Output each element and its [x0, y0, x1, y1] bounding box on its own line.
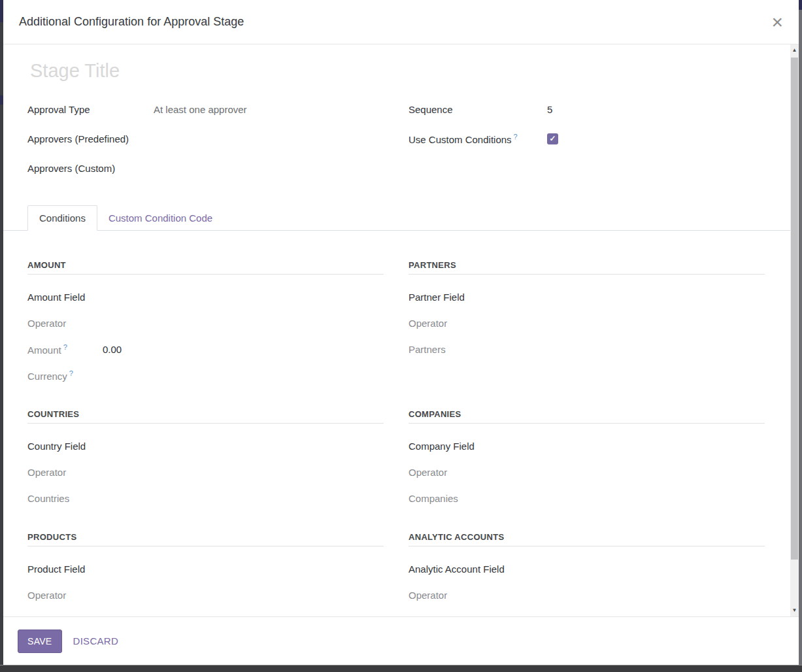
analytic-accounts-row: Analytic Accounts [409, 613, 765, 616]
approvers-predefined-row: Approvers (Predefined) [27, 129, 384, 148]
product-field-row: Product Field [27, 561, 384, 577]
countries-row: Countries [27, 490, 384, 506]
approvers-custom-row: Approvers (Custom) [27, 159, 384, 177]
amount-amount-label: Amount? [27, 343, 103, 356]
scroll-down-icon[interactable]: ▼ [790, 606, 799, 615]
analytic-accounts-label: Analytic Accounts [409, 616, 486, 617]
use-custom-conditions-label: Use Custom Conditions? [409, 133, 547, 145]
section-amount-title: AMOUNT [27, 260, 384, 275]
vertical-scrollbar[interactable]: ▲ ▼ [790, 44, 799, 616]
products-operator-row: Operator [27, 587, 384, 603]
scrollbar-thumb[interactable] [791, 58, 798, 560]
approvers-predefined-label: Approvers (Predefined) [27, 133, 154, 144]
analytic-accounts-operator-label: Operator [409, 590, 484, 601]
amount-operator-label: Operator [27, 318, 103, 329]
product-field-label: Product Field [27, 563, 103, 575]
section-companies-title: COMPANIES [409, 409, 765, 424]
help-icon: ? [69, 369, 73, 377]
section-countries-title: COUNTRIES [27, 409, 384, 424]
analytic-accounts-operator-row: Operator [409, 587, 765, 603]
approval-type-value[interactable]: At least one approver [154, 104, 247, 115]
countries-label: Countries [27, 493, 103, 504]
approval-stage-dialog: Additional Configuration for Approval St… [3, 0, 799, 665]
help-icon: ? [514, 133, 518, 141]
sequence-label: Sequence [409, 104, 547, 115]
dialog-header: Additional Configuration for Approval St… [3, 0, 799, 44]
section-analytic-accounts: ANALYTIC ACCOUNTS Analytic Account Field… [409, 532, 765, 616]
section-partners: PARTNERS Partner Field Operator Partners [409, 260, 765, 383]
country-field-row: Country Field [27, 438, 384, 454]
close-icon[interactable]: × [771, 13, 783, 31]
analytic-account-field-row: Analytic Account Field [409, 561, 765, 577]
amount-operator-row: Operator [27, 315, 384, 331]
amount-field-row: Amount Field [27, 289, 384, 305]
amount-amount-value[interactable]: 0.00 [103, 344, 122, 355]
approvers-custom-label: Approvers (Custom) [27, 163, 154, 174]
section-amount: AMOUNT Amount Field Operator Amount? 0.0… [27, 260, 384, 383]
section-countries: COUNTRIES Country Field Operator Countri… [27, 409, 384, 506]
partners-operator-label: Operator [409, 318, 484, 329]
partners-label: Partners [409, 344, 484, 355]
countries-operator-row: Operator [27, 464, 384, 480]
company-field-label: Company Field [409, 441, 484, 452]
save-button[interactable]: SAVE [18, 630, 62, 653]
background-bottom-edge [0, 665, 802, 672]
section-companies: COMPANIES Company Field Operator Compani… [409, 409, 765, 506]
companies-operator-label: Operator [409, 467, 484, 478]
amount-field-label: Amount Field [27, 292, 103, 303]
use-custom-conditions-checkbox[interactable]: ✓ [547, 133, 558, 144]
companies-label: Companies [409, 493, 484, 504]
background-right-edge [799, 0, 802, 665]
products-row: Products [27, 613, 384, 616]
companies-row: Companies [409, 490, 765, 506]
tab-custom-condition-code[interactable]: Custom Condition Code [97, 206, 224, 230]
approval-type-label: Approval Type [27, 104, 154, 115]
check-icon: ✓ [549, 135, 556, 143]
top-fields: Approval Type At least one approver Appr… [27, 100, 765, 188]
use-custom-conditions-row: Use Custom Conditions? ✓ [409, 129, 765, 148]
section-partners-title: PARTNERS [409, 260, 765, 275]
section-products: PRODUCTS Product Field Operator Products [27, 532, 384, 616]
amount-amount-row: Amount? 0.00 [27, 341, 384, 357]
approval-type-row: Approval Type At least one approver [27, 100, 384, 118]
amount-currency-label: Currency? [27, 369, 103, 382]
partner-field-label: Partner Field [409, 292, 484, 303]
help-icon: ? [63, 343, 67, 351]
dialog-title: Additional Configuration for Approval St… [19, 15, 244, 29]
scroll-up-icon[interactable]: ▲ [790, 46, 799, 55]
partner-field-row: Partner Field [409, 289, 765, 305]
amount-currency-row: Currency? [27, 367, 384, 383]
tab-conditions[interactable]: Conditions [27, 205, 97, 231]
conditions-sections: AMOUNT Amount Field Operator Amount? 0.0… [27, 260, 765, 616]
discard-button[interactable]: DISCARD [73, 635, 119, 647]
company-field-row: Company Field [409, 438, 765, 454]
dialog-footer: SAVE DISCARD [3, 616, 799, 665]
analytic-account-field-label: Analytic Account Field [409, 563, 505, 575]
countries-operator-label: Operator [27, 467, 103, 478]
sequence-value[interactable]: 5 [547, 104, 552, 115]
products-operator-label: Operator [27, 590, 103, 601]
partners-row: Partners [409, 341, 765, 357]
tab-bar: Conditions Custom Condition Code [3, 205, 790, 231]
section-products-title: PRODUCTS [27, 532, 384, 546]
companies-operator-row: Operator [409, 464, 765, 480]
dialog-body: Stage Title Approval Type At least one a… [3, 44, 799, 616]
country-field-label: Country Field [27, 441, 103, 452]
section-analytic-accounts-title: ANALYTIC ACCOUNTS [409, 532, 765, 546]
sequence-row: Sequence 5 [409, 100, 765, 118]
products-label: Products [27, 616, 103, 617]
partners-operator-row: Operator [409, 315, 765, 331]
stage-title-input[interactable]: Stage Title [30, 58, 765, 84]
